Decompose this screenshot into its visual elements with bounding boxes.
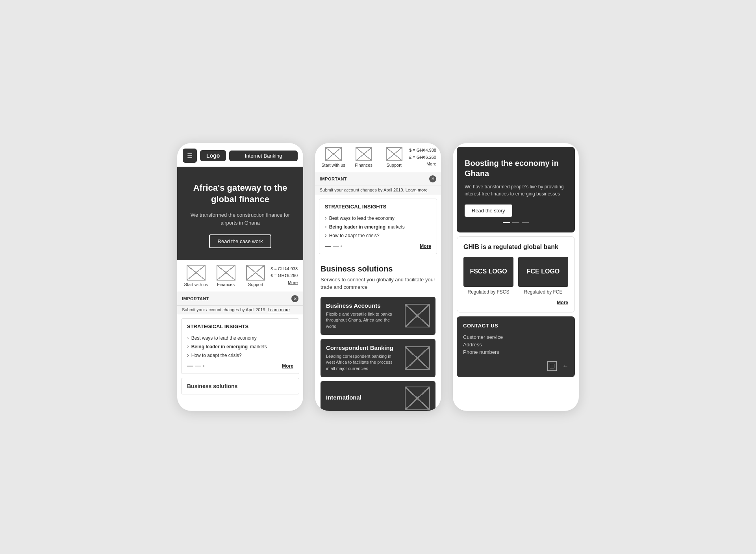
reg-logo-fscs: FSCS LOGO Regulated by FSCS bbox=[463, 257, 513, 295]
nav2-finances-icon bbox=[356, 147, 372, 161]
correspondent-banking-card[interactable]: Correspondent Banking Leading correspond… bbox=[321, 339, 435, 377]
reg-more-link[interactable]: More bbox=[557, 300, 568, 305]
bs-card-title-3: International bbox=[326, 394, 361, 401]
phone2-inner: Start with us Finances Support $ = GH¢4.… bbox=[315, 143, 441, 411]
nav-support[interactable]: Support bbox=[241, 265, 271, 287]
phone-1: ☰ Logo Internet Banking Africa's gateway… bbox=[177, 143, 303, 411]
dot2-2 bbox=[333, 246, 339, 247]
bs-card-desc-2: Leading correspondent banking in west Af… bbox=[326, 353, 397, 372]
phone1-nav-icons: Start with us Finances Support $ = GH¢4.… bbox=[177, 260, 303, 292]
important-close-button-2[interactable]: ✕ bbox=[429, 175, 436, 182]
pagination-dots-2 bbox=[325, 245, 342, 247]
insights-footer-2: More bbox=[325, 244, 431, 249]
logo-button[interactable]: Logo bbox=[200, 150, 226, 161]
bs-card-content-2: Correspondent Banking Leading correspond… bbox=[326, 344, 397, 372]
rates-box: $ = GH¢4.938 £ = GH¢6.260 More bbox=[271, 266, 299, 286]
insight2-item-1: Best ways to lead the economy bbox=[325, 214, 431, 222]
insight-item-1: Best ways to lead the economy bbox=[187, 333, 293, 342]
nav2-start-label: Start with us bbox=[321, 163, 345, 167]
bs-title: Business solutions bbox=[321, 264, 435, 273]
contact-card: CONTACT US Customer service Address Phon… bbox=[457, 316, 575, 377]
dot-2 bbox=[195, 366, 201, 366]
rate2-gbp: £ = GH¢6.260 bbox=[409, 154, 436, 161]
learn-more-link-2[interactable]: Learn more bbox=[406, 188, 428, 192]
menu-icon: ☰ bbox=[187, 152, 193, 160]
international-card[interactable]: International bbox=[321, 381, 435, 411]
insights-card: STRATEGICAL INSIGHTS Best ways to lead t… bbox=[181, 318, 299, 374]
correspondent-banking-img bbox=[405, 346, 430, 370]
bs-subtitle: Services to connect you globally and fac… bbox=[321, 276, 435, 291]
contact-square-icon bbox=[547, 361, 557, 371]
contact-title: CONTACT US bbox=[463, 323, 569, 329]
important-text: Submit your account changes by April 201… bbox=[177, 306, 303, 314]
contact-footer: ← bbox=[463, 361, 569, 371]
rates-more-link[interactable]: More bbox=[271, 279, 298, 286]
finances-icon bbox=[217, 265, 235, 281]
back-arrow-icon: ← bbox=[562, 363, 569, 370]
rate-usd: $ = GH¢4.938 bbox=[271, 266, 298, 273]
fce-logo-box: FCE LOGO bbox=[518, 257, 568, 287]
hero-subtitle: We transformed the construction finance … bbox=[185, 211, 295, 227]
support-label: Support bbox=[248, 282, 263, 287]
nav-finances[interactable]: Finances bbox=[211, 265, 241, 287]
important-close-button[interactable]: ✕ bbox=[291, 295, 298, 302]
bottom-preview-text: Business solutions bbox=[187, 383, 237, 389]
hero-pagination bbox=[465, 222, 567, 223]
insight2-item-2: Being leader in emerging markets bbox=[325, 222, 431, 231]
business-accounts-card[interactable]: Business Accounts Flexible and versatile… bbox=[321, 297, 435, 335]
rates2-more-link[interactable]: More bbox=[409, 161, 436, 168]
insights2-more-link[interactable]: More bbox=[420, 244, 431, 249]
internet-banking-button[interactable]: Internet Banking bbox=[229, 151, 298, 161]
fscs-label: Regulated by FSCS bbox=[467, 289, 509, 295]
insights-footer: More bbox=[187, 363, 293, 369]
contact-item-3[interactable]: Phone numbers bbox=[463, 348, 569, 356]
nav2-finances[interactable]: Finances bbox=[348, 147, 379, 167]
fce-label: Regulated by FCE bbox=[524, 289, 562, 295]
phone1-hero: Africa's gateway to the global finance W… bbox=[177, 167, 303, 260]
menu-button[interactable]: ☰ bbox=[183, 149, 197, 163]
international-img bbox=[405, 387, 430, 410]
dot2-1 bbox=[325, 246, 331, 247]
phone2-top-nav: Start with us Finances Support $ = GH¢4.… bbox=[315, 143, 441, 172]
insights-title-2: STRATEGICAL INSIGHTS bbox=[325, 204, 431, 210]
reg-logos: FSCS LOGO Regulated by FSCS FCE LOGO Reg… bbox=[463, 257, 568, 295]
insights-list-2: Best ways to lead the economy Being lead… bbox=[325, 214, 431, 240]
phone1-header: ☰ Logo Internet Banking bbox=[177, 143, 303, 167]
support-icon bbox=[246, 265, 265, 281]
contact-list: Customer service Address Phone numbers bbox=[463, 333, 569, 356]
nav2-start-icon bbox=[325, 147, 342, 161]
hero-cta-button[interactable]: Read the case work bbox=[209, 234, 272, 248]
phone3-hero-desc: We have transformed people's live by pro… bbox=[465, 183, 567, 197]
important-label-2: IMPORTANT bbox=[320, 177, 347, 181]
hero-dot-2 bbox=[512, 222, 519, 223]
important-message: Submit your account changes by April 201… bbox=[182, 307, 267, 312]
contact-item-2[interactable]: Address bbox=[463, 341, 569, 348]
bottom-preview: Business solutions bbox=[181, 378, 299, 394]
insights-card-2: STRATEGICAL INSIGHTS Best ways to lead t… bbox=[319, 199, 437, 254]
pagination-dots bbox=[187, 365, 204, 367]
phone3-hero: Boosting the economy in Ghana We have tr… bbox=[457, 147, 575, 232]
dot2-3 bbox=[341, 245, 342, 247]
nav2-start-with-us[interactable]: Start with us bbox=[318, 147, 348, 167]
insight-item-2: Being leader in emerging markets bbox=[187, 342, 293, 351]
contact-item-1[interactable]: Customer service bbox=[463, 333, 569, 341]
reg-logo-fce: FCE LOGO Regulated by FCE bbox=[518, 257, 568, 295]
phone-3: Boosting the economy in Ghana We have tr… bbox=[453, 143, 579, 411]
insights-more-link[interactable]: More bbox=[282, 363, 293, 369]
bs-card-title-1: Business Accounts bbox=[326, 302, 397, 309]
reg-more: More bbox=[463, 299, 568, 306]
bs-card-desc-1: Flexible and versatile link to banks thr… bbox=[326, 311, 397, 329]
important-text-2: Submit your account changes by April 201… bbox=[315, 186, 441, 195]
nav2-support[interactable]: Support bbox=[379, 147, 409, 167]
learn-more-link[interactable]: Learn more bbox=[268, 307, 290, 312]
rate2-usd: $ = GH¢4.938 bbox=[409, 147, 436, 154]
bs-card-title-2: Correspondent Banking bbox=[326, 344, 397, 351]
nav2-finances-label: Finances bbox=[355, 163, 372, 167]
finances-label: Finances bbox=[217, 282, 235, 287]
important-label: IMPORTANT bbox=[182, 296, 209, 301]
read-story-button[interactable]: Read the story bbox=[465, 204, 512, 217]
rates-box-2: $ = GH¢4.938 £ = GH¢6.260 More bbox=[409, 147, 438, 168]
reg-title: GHIB is a regulated global bank bbox=[463, 243, 568, 251]
nav-start-with-us[interactable]: Start with us bbox=[181, 265, 211, 287]
insight2-item-3: How to adapt the crisis? bbox=[325, 231, 431, 240]
